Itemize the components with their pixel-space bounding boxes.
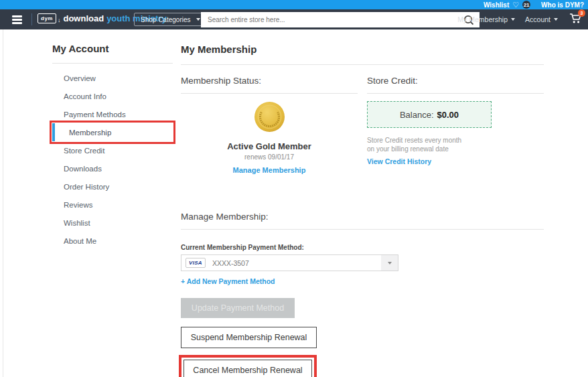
- manage-membership-link[interactable]: Manage Membership: [233, 166, 306, 174]
- sidebar-title: My Account: [52, 43, 173, 54]
- update-payment-method-button[interactable]: Update Payment Method: [181, 298, 295, 318]
- wishlist-count-badge: 21: [522, 1, 530, 9]
- logo-text-download: download: [63, 13, 104, 23]
- header-nav: My Membership Account 3: [457, 9, 588, 29]
- page-title: My Membership: [181, 37, 544, 65]
- chevron-down-icon: [511, 18, 515, 21]
- sidebar-item-payment-methods[interactable]: Payment Methods: [52, 105, 173, 123]
- select-dropdown-area: [381, 255, 398, 271]
- balance-value: $0.00: [437, 110, 459, 120]
- sidebar-item-downloads[interactable]: Downloads: [52, 159, 173, 177]
- sidebar-divider: [52, 63, 173, 64]
- wishlist-label: Wishlist: [484, 1, 509, 9]
- account-sidebar: My Account Overview Account Info Payment…: [52, 43, 173, 250]
- nav-my-membership-label: My Membership: [457, 15, 508, 23]
- card-number: XXXX-3507: [212, 259, 249, 267]
- visa-card-icon: VISA: [186, 258, 206, 268]
- hamburger-menu-icon[interactable]: [12, 15, 22, 25]
- sidebar-item-membership[interactable]: Membership: [52, 123, 173, 141]
- membership-panel: My Membership Membership Status:: [181, 37, 544, 377]
- download-arrow-icon: ↓: [58, 17, 61, 23]
- view-credit-history-link[interactable]: View Credit History: [367, 157, 431, 165]
- membership-status-section: Membership Status:: [181, 70, 358, 175]
- sidebar-item-about-me[interactable]: About Me: [52, 232, 173, 250]
- nav-account-label: Account: [525, 15, 550, 23]
- sidebar-item-wishlist[interactable]: Wishlist: [52, 214, 173, 232]
- add-payment-method-link[interactable]: + Add New Payment Method: [181, 277, 275, 285]
- sidebar-item-account-info[interactable]: Account Info: [52, 87, 173, 105]
- suspend-membership-renewal-button[interactable]: Suspend Membership Renewal: [181, 327, 317, 348]
- member-level: Active Gold Member: [181, 141, 358, 151]
- cancel-membership-renewal-button[interactable]: Cancel Membership Renewal: [183, 360, 312, 377]
- store-credit-heading: Store Credit:: [367, 70, 544, 94]
- heart-icon: ♡: [512, 1, 519, 9]
- nav-account-dropdown[interactable]: Account: [525, 15, 558, 23]
- gold-medal-icon: [254, 101, 285, 133]
- page-edge-divider: [3, 29, 3, 377]
- sidebar-item-store-credit[interactable]: Store Credit: [52, 141, 173, 159]
- store-credit-note-line2: on your billing renewal date: [367, 145, 544, 153]
- sidebar-item-overview[interactable]: Overview: [52, 69, 173, 87]
- shop-categories-label: Shop Categories: [141, 16, 191, 23]
- chevron-down-icon: [196, 18, 200, 21]
- chevron-down-icon: [554, 18, 558, 21]
- store-credit-section: Store Credit: Balance: $0.00 Store Credi…: [367, 70, 544, 175]
- sidebar-item-order-history[interactable]: Order History: [52, 177, 173, 196]
- wishlist-link[interactable]: Wishlist ♡ 21: [484, 1, 530, 9]
- search-bar: [201, 12, 480, 27]
- renewal-date: renews 09/01/17: [181, 153, 358, 161]
- manage-membership-heading: Manage Membership:: [181, 206, 544, 230]
- dym-logo-icon: dym: [38, 13, 56, 23]
- search-input[interactable]: [201, 16, 462, 23]
- sidebar-item-reviews[interactable]: Reviews: [52, 196, 173, 214]
- account-page: My Account Overview Account Info Payment…: [0, 29, 588, 377]
- store-credit-balance-box: Balance: $0.00: [367, 101, 492, 128]
- top-utility-bar: Wishlist ♡ 21 Who is DYM?: [0, 0, 588, 9]
- payment-method-label: Current Membership Payment Method:: [181, 244, 544, 251]
- cart-button[interactable]: 3: [569, 13, 582, 27]
- manage-membership-section: Manage Membership: Current Membership Pa…: [181, 206, 544, 377]
- shop-categories-button[interactable]: Shop Categories: [134, 13, 207, 26]
- cart-count-badge: 3: [578, 9, 585, 17]
- store-credit-note-line1: Store Credit resets every month: [367, 136, 544, 145]
- store-credit-note: Store Credit resets every month on your …: [367, 136, 544, 153]
- chevron-down-icon: [388, 262, 392, 265]
- main-header: dym ↓ download youth ministry Shop Categ…: [0, 9, 588, 29]
- nav-my-membership-dropdown[interactable]: My Membership: [457, 15, 515, 23]
- payment-method-select[interactable]: VISA XXXX-3507: [181, 254, 398, 271]
- balance-label: Balance:: [400, 110, 434, 120]
- who-is-dym-link[interactable]: Who is DYM?: [541, 1, 584, 9]
- membership-status-heading: Membership Status:: [181, 70, 358, 94]
- header-divider: [31, 13, 32, 25]
